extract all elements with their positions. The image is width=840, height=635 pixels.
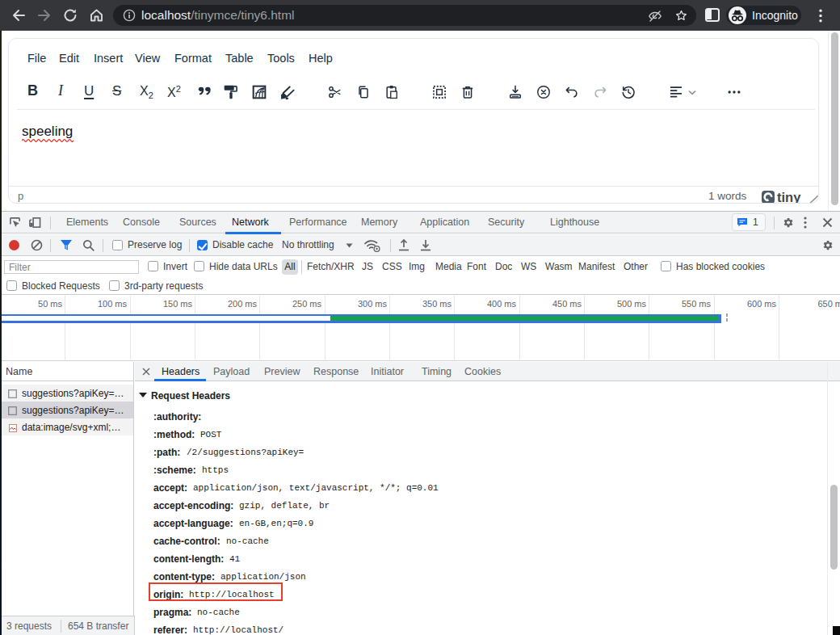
svg-text:tiny: tiny <box>777 190 801 204</box>
